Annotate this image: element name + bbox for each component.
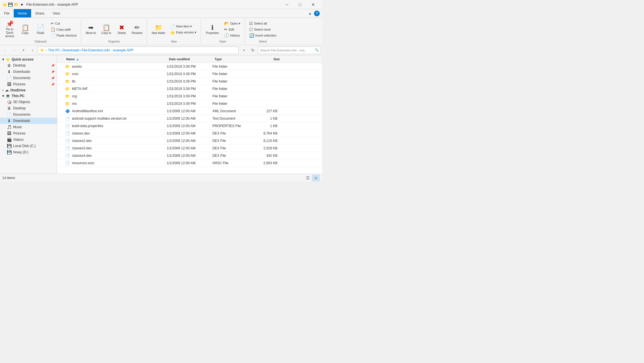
table-row[interactable]: 📁 META-INF 1/31/2019 3:39 PM File folder [57, 85, 322, 93]
pin-quick-access-button[interactable]: 📌 Pin to Quickaccess [2, 20, 17, 39]
table-row[interactable]: 📄 build-data.properties 1/1/2009 12:00 A… [57, 122, 322, 130]
music-icon: 🎵 [7, 125, 11, 129]
copy-button[interactable]: 📋 Copy [18, 20, 33, 39]
tab-file[interactable]: File [0, 9, 14, 17]
address-this-pc[interactable]: This PC [48, 48, 60, 52]
sidebar-item-videos[interactable]: 🎬 Videos [0, 137, 57, 143]
address-folder-icon: 📁 [40, 48, 45, 52]
sidebar-item-pictures-pc[interactable]: 🖼 Pictures [0, 130, 57, 137]
copy-path-icon: 📋 [51, 27, 55, 32]
sidebar-item-downloads-qa[interactable]: ⬇ Downloads 📌 [0, 69, 57, 75]
move-to-label: Move to [86, 31, 96, 35]
new-item-button[interactable]: 📄 New item ▾ [168, 24, 198, 29]
column-type[interactable]: Type [215, 56, 255, 62]
file-date: 1/1/2009 12:00 AM [167, 131, 212, 135]
maximize-button[interactable]: □ [293, 0, 307, 9]
forward-button[interactable]: › [10, 46, 18, 54]
table-row[interactable]: 🔷 AndroidManifest.xml 1/1/2009 12:00 AM … [57, 107, 322, 115]
table-row[interactable]: 📄 android-support-multidex.version.txt 1… [57, 115, 322, 122]
table-row[interactable]: 📄 resources.arsc 1/1/2009 12:00 AM ARSC … [57, 159, 322, 167]
copy-to-button[interactable]: 📋 Copy to [99, 20, 114, 39]
sidebar-item-desktop-qa[interactable]: 🖥 Desktop 📌 [0, 62, 57, 69]
edit-button[interactable]: ✏ Edit [222, 27, 242, 32]
status-bar: 14 items ☰ ≡ [0, 174, 322, 181]
sidebar-item-local-disk[interactable]: 💾 Local Disk (C:) [0, 143, 57, 149]
paste-button[interactable]: 📄 Paste [33, 20, 48, 39]
sidebar-this-pc-header[interactable]: ▾ 💻 This PC [0, 93, 57, 99]
close-button[interactable]: ✕ [307, 0, 320, 9]
sidebar-item-nowy[interactable]: 💾 Nowy (D:) [0, 149, 57, 155]
file-type: File folder [212, 87, 252, 91]
sidebar-quick-access-header[interactable]: ▾ ⭐ Quick access [0, 57, 57, 62]
organize-group-label: Organize [108, 40, 120, 44]
paste-shortcut-button[interactable]: 📄 Paste shortcut [49, 33, 79, 38]
column-date-modified[interactable]: Date modified [169, 56, 215, 62]
documents-pc-label: Documents [13, 113, 31, 117]
ribbon-group-new: 📁 New folder 📄 New item ▾ ⭐ Easy access … [147, 19, 201, 44]
copy-path-button[interactable]: 📋 Copy path [49, 27, 79, 32]
sidebar-item-documents-pc[interactable]: 📄 Documents [0, 111, 57, 118]
table-row[interactable]: 📁 res 1/31/2019 3:39 PM File folder [57, 100, 322, 107]
ribbon-collapse-button[interactable]: ▲ [307, 11, 313, 16]
move-to-button[interactable]: ➡ Move to [83, 20, 98, 39]
history-button[interactable]: 🕐 History [222, 33, 242, 38]
sidebar-onedrive-header[interactable]: › ☁ OneDrive [0, 87, 57, 93]
downloads-pc-label: Downloads [13, 119, 30, 123]
table-row[interactable]: 📁 assets 1/31/2019 3:39 PM File folder [57, 63, 322, 70]
table-row[interactable]: 📁 com 1/31/2019 3:39 PM File folder [57, 70, 322, 78]
ribbon: File Home Share View ▲ ? 📌 Pin to Quicka… [0, 9, 322, 45]
details-view-button[interactable]: ≡ [312, 175, 320, 181]
invert-selection-button[interactable]: 🔄 Invert selection [247, 33, 278, 38]
table-row[interactable]: 📄 classes.dex 1/1/2009 12:00 AM DEX File… [57, 130, 322, 137]
sidebar-item-downloads-pc[interactable]: ⬇ Downloads [0, 118, 57, 124]
file-size: 8,115 KB [252, 139, 281, 143]
list-view-button[interactable]: ☰ [304, 175, 312, 181]
sidebar-item-desktop-pc[interactable]: 🖥 Desktop [0, 105, 57, 111]
address-downloads[interactable]: Downloads [63, 48, 79, 52]
rename-button[interactable]: ✏ Rename [130, 20, 144, 39]
properties-button[interactable]: ℹ Properties [203, 20, 222, 39]
recent-button[interactable]: ▾ [19, 46, 27, 54]
search-bar[interactable]: Search File-Extension.info - exa... 🔍 [258, 47, 321, 54]
address-dropdown-button[interactable]: ▾ [240, 46, 248, 54]
column-size[interactable]: Size [255, 56, 283, 62]
column-name[interactable]: Name ▲ [66, 56, 169, 62]
address-current[interactable]: File-Extension.info - example APP [82, 48, 133, 52]
history-label: History [230, 34, 240, 37]
pictures-pc-icon: 🖼 [7, 131, 11, 136]
sidebar-item-pictures-qa[interactable]: 🖼 Pictures 📌 [0, 81, 57, 87]
minimize-button[interactable]: ─ [280, 0, 293, 9]
easy-access-button[interactable]: ⭐ Easy access ▾ [168, 30, 198, 35]
address-bar[interactable]: 📁 › This PC › Downloads › File-Extension… [38, 47, 239, 54]
file-size: 2,693 KB [252, 161, 281, 165]
easy-access-icon: ⭐ [170, 30, 175, 35]
table-row[interactable]: 📁 org 1/31/2019 3:39 PM File folder [57, 93, 322, 100]
table-row[interactable]: 📁 lib 1/31/2019 3:39 PM File folder [57, 78, 322, 85]
delete-button[interactable]: ✖ Delete [114, 20, 129, 39]
music-label: Music [13, 125, 22, 129]
quick-access-label: Quick access [12, 57, 34, 61]
file-icon: 📁 [65, 101, 71, 106]
back-button[interactable]: ‹ [1, 46, 9, 54]
tab-share[interactable]: Share [31, 9, 49, 17]
this-pc-label: This PC [12, 94, 25, 98]
sidebar-item-documents-qa[interactable]: 📄 Documents 📌 [0, 75, 57, 81]
table-row[interactable]: 📄 classes2.dex 1/1/2009 12:00 AM DEX Fil… [57, 137, 322, 145]
help-button[interactable]: ? [314, 11, 320, 16]
file-date: 1/31/2019 3:39 PM [167, 94, 212, 98]
up-button[interactable]: ↑ [29, 46, 37, 54]
open-button[interactable]: 📂 Open ▾ [222, 21, 242, 26]
sidebar-item-3d-objects[interactable]: 🎲 3D Objects [0, 99, 57, 105]
this-pc-expand-icon: ▾ [2, 94, 4, 98]
table-row[interactable]: 📄 classes4.dex 1/1/2009 12:00 AM DEX Fil… [57, 152, 322, 159]
refresh-button[interactable]: ↻ [249, 46, 257, 54]
table-row[interactable]: 📄 classes3.dex 1/1/2009 12:00 AM DEX Fil… [57, 145, 322, 152]
cut-button[interactable]: ✂ Cut [49, 21, 79, 26]
new-folder-button[interactable]: 📁 New folder [149, 20, 168, 39]
sidebar-item-music[interactable]: 🎵 Music [0, 124, 57, 130]
tab-view[interactable]: View [49, 9, 64, 17]
select-none-button[interactable]: ☐ Select none [247, 27, 278, 32]
select-all-button[interactable]: ☑ Select all [247, 21, 278, 26]
tab-home[interactable]: Home [14, 9, 31, 17]
pin-quick-access-label: Pin to Quickaccess [4, 28, 16, 38]
